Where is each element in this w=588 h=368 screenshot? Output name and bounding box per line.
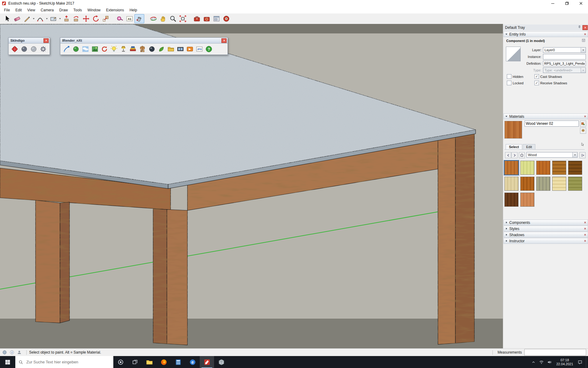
paint-bucket-tool-icon[interactable] bbox=[134, 14, 144, 23]
shapes-dropdown-arrow-icon[interactable] bbox=[58, 14, 62, 23]
sign-in-person-icon[interactable] bbox=[17, 350, 22, 355]
section-close-icon[interactable] bbox=[584, 227, 586, 230]
search-input[interactable] bbox=[26, 359, 110, 365]
plugin-setup-tool-icon[interactable] bbox=[202, 14, 212, 23]
section-header-shadows[interactable]: Shadows bbox=[503, 232, 588, 238]
pin-icon[interactable] bbox=[577, 25, 581, 30]
irender-close-icon[interactable] bbox=[221, 38, 227, 43]
section-close-icon[interactable] bbox=[584, 240, 586, 242]
material-swatch-12[interactable] bbox=[520, 193, 534, 207]
volume-icon[interactable] bbox=[545, 356, 553, 368]
tape-measure-tool-icon[interactable] bbox=[115, 14, 125, 23]
tab-edit[interactable]: Edit bbox=[523, 144, 535, 150]
material-swatch-9[interactable] bbox=[552, 177, 566, 191]
menu-file[interactable]: File bbox=[1, 7, 13, 13]
create-material-button[interactable] bbox=[580, 121, 586, 127]
ir-components-icon[interactable] bbox=[138, 44, 147, 54]
material-swatch-1[interactable] bbox=[504, 161, 518, 175]
orbit-tool-icon[interactable] bbox=[149, 14, 158, 23]
ir-animation-icon[interactable] bbox=[185, 44, 194, 54]
plugin-window-tool-icon[interactable] bbox=[212, 14, 221, 23]
ir-jpg-export-icon[interactable]: JPG bbox=[194, 44, 204, 54]
ir-point-light-icon[interactable] bbox=[109, 44, 119, 54]
material-swatch-6[interactable] bbox=[504, 177, 518, 191]
ir-dark-sphere-icon[interactable] bbox=[147, 44, 156, 54]
push-pull-tool-icon[interactable] bbox=[62, 14, 71, 23]
ir-sphere-icon[interactable] bbox=[71, 44, 81, 54]
viewport-3d[interactable] bbox=[0, 24, 503, 348]
menu-tools[interactable]: Tools bbox=[71, 7, 85, 13]
menu-draw[interactable]: Draw bbox=[57, 7, 71, 13]
menu-help[interactable]: Help bbox=[127, 7, 140, 13]
section-header-styles[interactable]: Styles bbox=[503, 226, 588, 232]
measurements-input[interactable] bbox=[524, 349, 586, 356]
plugin-camera-tool-icon[interactable] bbox=[221, 14, 231, 23]
network-icon[interactable] bbox=[537, 356, 545, 368]
section-header-materials[interactable]: Materials bbox=[503, 113, 588, 119]
entity-details-icon[interactable] bbox=[582, 38, 586, 43]
line-dropdown-arrow-icon[interactable] bbox=[32, 14, 35, 23]
maximize-button[interactable] bbox=[560, 0, 574, 7]
task-view-button[interactable] bbox=[128, 356, 142, 368]
tray-chevron-up-icon[interactable] bbox=[530, 356, 537, 368]
pan-tool-icon[interactable] bbox=[158, 14, 168, 23]
checkbox-box[interactable]: ✓ bbox=[534, 81, 539, 85]
material-swatch-7[interactable] bbox=[520, 177, 534, 191]
material-swatch-2[interactable] bbox=[520, 161, 534, 175]
menu-extensions[interactable]: Extensions bbox=[103, 7, 127, 13]
select-tool-icon[interactable] bbox=[2, 14, 12, 23]
checkbox-box[interactable]: ✓ bbox=[534, 74, 539, 79]
line-tool-icon[interactable] bbox=[22, 14, 32, 23]
follow-me-tool-icon[interactable] bbox=[71, 14, 81, 23]
current-material-thumbnail[interactable] bbox=[504, 121, 522, 139]
material-swatch-8[interactable] bbox=[536, 177, 550, 191]
checkbox-receive-shadows[interactable]: ✓Receive Shadows bbox=[534, 81, 583, 85]
text-tool-icon[interactable]: A1 bbox=[125, 14, 134, 23]
entity-info-close-icon[interactable] bbox=[584, 33, 586, 36]
instance-input[interactable] bbox=[543, 54, 586, 59]
shapes-tool-icon[interactable] bbox=[48, 14, 58, 23]
type-dropdown[interactable]: Type: <undefined> bbox=[543, 67, 586, 73]
tab-select[interactable]: Select bbox=[506, 144, 522, 150]
plugin-render-tool-icon[interactable] bbox=[192, 14, 202, 23]
ir-render-icon[interactable] bbox=[62, 44, 71, 54]
section-header-components[interactable]: Components bbox=[503, 220, 588, 225]
default-material-button[interactable] bbox=[580, 128, 586, 134]
taskbar-app-secondary-app[interactable] bbox=[214, 356, 228, 368]
taskbar-clock[interactable]: 07:18 22.04.2021 bbox=[553, 358, 576, 366]
close-button[interactable] bbox=[574, 0, 588, 7]
menu-view[interactable]: View bbox=[24, 7, 38, 13]
taskbar-app-edge[interactable]: e bbox=[185, 356, 200, 368]
cortana-button[interactable] bbox=[113, 356, 128, 368]
zoom-extents-tool-icon[interactable] bbox=[178, 14, 188, 23]
ir-sky-icon[interactable] bbox=[81, 44, 90, 54]
menu-camera[interactable]: Camera bbox=[38, 7, 57, 13]
zoom-tool-icon[interactable] bbox=[168, 14, 178, 23]
menu-window[interactable]: Window bbox=[85, 7, 104, 13]
section-close-icon[interactable] bbox=[584, 221, 586, 224]
ir-material-icon[interactable] bbox=[90, 44, 100, 54]
skindigo-render-icon[interactable] bbox=[10, 44, 19, 54]
ir-lamp-icon[interactable] bbox=[119, 44, 128, 54]
material-swatch-3[interactable] bbox=[536, 161, 550, 175]
credits-info-icon[interactable]: i bbox=[9, 350, 14, 355]
checkbox-locked[interactable]: Locked bbox=[507, 81, 534, 85]
ir-textures-icon[interactable] bbox=[128, 44, 138, 54]
tray-close-icon[interactable] bbox=[582, 25, 588, 30]
arcs-tool-icon[interactable] bbox=[35, 14, 45, 23]
section-close-icon[interactable] bbox=[584, 233, 586, 236]
eraser-tool-icon[interactable] bbox=[12, 14, 22, 23]
checkbox-cast-shadows[interactable]: ✓Cast Shadows bbox=[534, 74, 583, 79]
checkbox-hidden[interactable]: Hidden bbox=[507, 74, 534, 79]
minimize-button[interactable] bbox=[546, 0, 560, 7]
show-desktop-button[interactable] bbox=[586, 356, 588, 368]
material-swatch-4[interactable] bbox=[552, 161, 566, 175]
arcs-dropdown-arrow-icon[interactable] bbox=[45, 14, 48, 23]
section-header-entity-info[interactable]: Entity Info bbox=[503, 31, 588, 37]
material-collection-dropdown[interactable]: Wood bbox=[526, 152, 578, 158]
forward-arrow-button[interactable] bbox=[511, 152, 518, 158]
checkbox-box[interactable] bbox=[507, 74, 511, 79]
skindigo-settings-icon[interactable] bbox=[38, 44, 48, 54]
taskbar-app-file-explorer[interactable] bbox=[142, 356, 156, 368]
skindigo-material-icon[interactable] bbox=[19, 44, 29, 54]
